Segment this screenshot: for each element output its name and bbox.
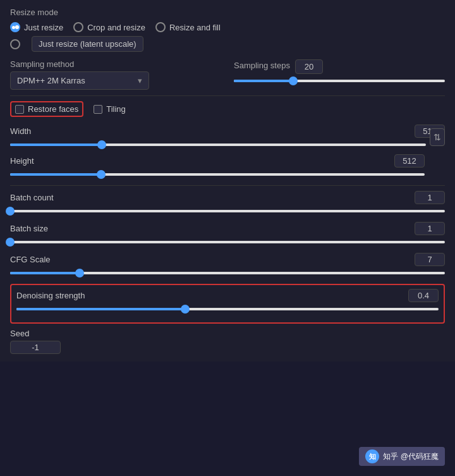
sampling-method-label: Sampling method <box>10 59 221 69</box>
batch-count-slider[interactable] <box>10 207 445 216</box>
seed-label: Seed <box>10 329 445 338</box>
latent-row: Just resize (latent upscale) <box>10 36 445 52</box>
tiling-option[interactable]: Tiling <box>94 104 126 114</box>
main-panel: Resize mode Just resize Crop and resize … <box>0 0 455 362</box>
sampling-steps-value[interactable]: 20 <box>295 59 323 74</box>
steps-label-row: Sampling steps 20 <box>234 59 323 74</box>
height-track <box>10 173 425 176</box>
dropdown-arrow-icon: ▾ <box>138 76 142 85</box>
divider-1 <box>10 95 445 96</box>
resize-mode-label: Resize mode <box>10 8 445 17</box>
radio-crop-resize-circle <box>73 22 83 32</box>
width-slider[interactable] <box>10 140 445 149</box>
latent-label: Just resize (latent upscale) <box>32 36 143 52</box>
cfg-scale-thumb[interactable] <box>75 269 84 278</box>
sampling-steps-slider[interactable] <box>234 76 445 85</box>
sampling-row: Sampling method DPM++ 2M Karras ▾ Sampli… <box>10 59 445 90</box>
sampling-method-value: DPM++ 2M Karras <box>17 76 85 85</box>
swap-dimensions-button[interactable]: ⇅ <box>430 128 445 146</box>
width-track <box>10 143 426 146</box>
width-label: Width <box>10 126 415 136</box>
denoising-strength-value[interactable]: 0.4 <box>408 289 439 302</box>
batch-size-label-row: Batch size 1 <box>10 222 445 235</box>
batch-count-thumb[interactable] <box>6 207 15 216</box>
cfg-scale-section: CFG Scale 7 <box>10 253 445 278</box>
cfg-scale-value[interactable]: 7 <box>415 253 445 266</box>
radio-resize-fill-label: Resize and fill <box>169 23 221 32</box>
cfg-scale-label: CFG Scale <box>10 255 415 264</box>
batch-count-label: Batch count <box>10 193 415 202</box>
radio-crop-resize-label: Crop and resize <box>87 23 145 32</box>
sampling-steps-col: Sampling steps 20 <box>234 59 445 90</box>
sampling-steps-fill <box>234 80 293 82</box>
radio-resize-fill[interactable]: Resize and fill <box>155 22 221 32</box>
batch-size-track <box>10 241 445 243</box>
batch-count-section: Batch count 1 <box>10 191 445 216</box>
watermark-logo: 知 <box>365 449 379 463</box>
seed-value-row: -1 <box>10 341 445 354</box>
cfg-scale-slider[interactable] <box>10 269 445 278</box>
radio-latent-circle <box>10 39 20 49</box>
denoising-strength-label: Denoising strength <box>16 291 408 300</box>
batch-count-value[interactable]: 1 <box>415 191 445 204</box>
sampling-steps-thumb[interactable] <box>289 76 298 85</box>
seed-value[interactable]: -1 <box>10 341 61 354</box>
height-label: Height <box>10 156 394 166</box>
radio-just-resize-circle <box>10 22 20 32</box>
cfg-scale-label-row: CFG Scale 7 <box>10 253 445 266</box>
height-label-row: Height 512 <box>10 154 425 168</box>
sampling-steps-track <box>234 80 445 82</box>
seed-row: Seed <box>10 329 445 338</box>
height-slider[interactable] <box>10 170 425 179</box>
width-section: Width 512 ⇅ <box>10 125 445 149</box>
resize-mode-row: Just resize Crop and resize Resize and f… <box>10 22 445 32</box>
sampling-method-col: Sampling method DPM++ 2M Karras ▾ <box>10 59 221 90</box>
height-fill <box>10 173 101 176</box>
width-label-row: Width 512 <box>10 125 445 138</box>
cfg-scale-fill <box>10 272 80 274</box>
watermark-logo-text: 知 <box>369 452 376 461</box>
width-thumb[interactable] <box>97 140 106 149</box>
restore-faces-option[interactable]: Restore faces <box>15 104 78 114</box>
watermark: 知 知乎 @代码狂魔 <box>359 447 445 466</box>
batch-size-thumb[interactable] <box>6 238 15 247</box>
batch-size-label: Batch size <box>10 224 415 233</box>
watermark-text: 知乎 @代码狂魔 <box>383 451 439 462</box>
radio-just-resize-label: Just resize <box>24 23 63 32</box>
radio-just-resize[interactable]: Just resize <box>10 22 63 32</box>
tiling-checkbox[interactable] <box>94 105 102 114</box>
restore-faces-label: Restore faces <box>28 104 78 114</box>
batch-size-section: Batch size 1 <box>10 222 445 247</box>
batch-size-value[interactable]: 1 <box>415 222 445 235</box>
radio-crop-resize[interactable]: Crop and resize <box>73 22 145 32</box>
checkbox-row: Restore faces Tiling <box>10 101 445 117</box>
restore-faces-checkbox[interactable] <box>15 105 24 114</box>
swap-icon: ⇅ <box>434 132 441 142</box>
height-section: Height 512 <box>10 154 425 179</box>
denoising-strength-slider[interactable] <box>16 305 439 314</box>
batch-size-slider[interactable] <box>10 238 445 247</box>
batch-count-label-row: Batch count 1 <box>10 191 445 204</box>
sampling-steps-label: Sampling steps <box>234 61 290 70</box>
denoising-label-row: Denoising strength 0.4 <box>16 289 439 302</box>
cfg-scale-track <box>10 272 445 274</box>
tiling-label: Tiling <box>106 104 126 114</box>
sampling-method-dropdown[interactable]: DPM++ 2M Karras ▾ <box>10 71 149 90</box>
radio-latent-upscale[interactable] <box>10 39 20 49</box>
denoising-strength-section: Denoising strength 0.4 <box>10 284 445 324</box>
height-value[interactable]: 512 <box>394 154 425 168</box>
denoising-strength-fill <box>16 308 185 310</box>
height-thumb[interactable] <box>97 170 106 179</box>
batch-count-track <box>10 210 445 212</box>
radio-resize-fill-circle <box>155 22 166 32</box>
divider-2 <box>10 185 445 186</box>
denoising-strength-thumb[interactable] <box>181 305 190 314</box>
denoising-strength-track <box>16 308 439 310</box>
width-fill <box>10 143 102 146</box>
restore-faces-highlighted: Restore faces <box>10 101 83 117</box>
